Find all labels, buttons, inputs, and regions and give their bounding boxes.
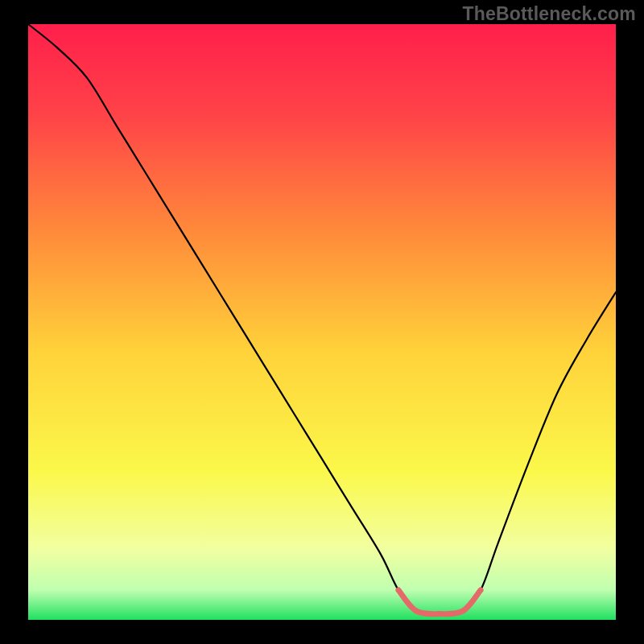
chart-frame: TheBottleneck.com xyxy=(0,0,644,644)
bottleneck-chart xyxy=(0,0,644,644)
watermark-text: TheBottleneck.com xyxy=(462,3,636,25)
plot-background xyxy=(28,24,616,620)
